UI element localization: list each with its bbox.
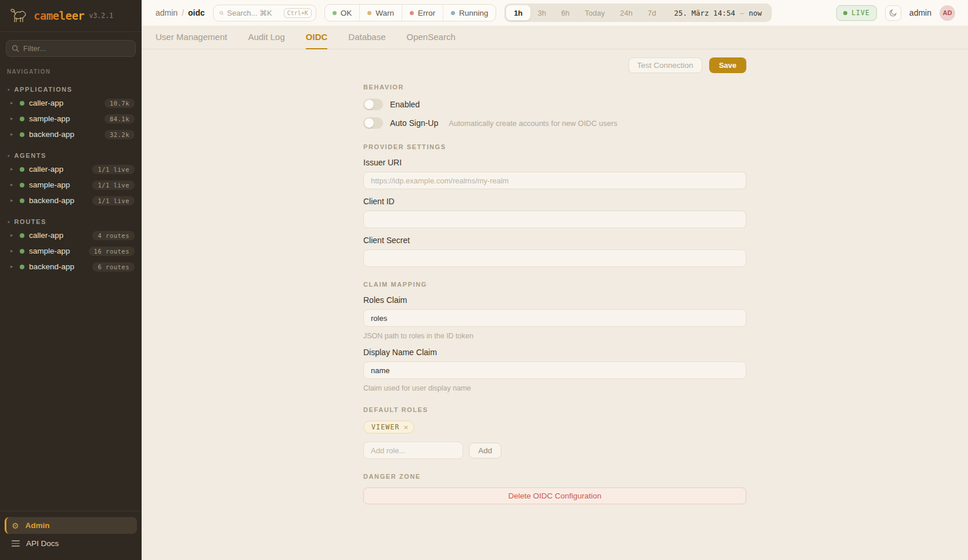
- roles-claim-label: Roles Claim: [363, 295, 746, 305]
- sidebar-item-backend-app-agent[interactable]: ▸ backend-app 1/1 live: [0, 193, 142, 208]
- sidebar-item-sample-app[interactable]: ▸ sample-app 84.1k: [0, 111, 142, 127]
- sidebar-group-routes[interactable]: ▾ ROUTES: [0, 215, 142, 227]
- time-range-today[interactable]: Today: [577, 5, 613, 20]
- add-role-button[interactable]: Add: [469, 443, 501, 458]
- chevron-right-icon[interactable]: ▸: [10, 198, 15, 203]
- chevron-right-icon[interactable]: ▸: [10, 132, 15, 137]
- sidebar-filter[interactable]: [6, 40, 136, 57]
- tab-user-management[interactable]: User Management: [156, 26, 227, 49]
- live-indicator[interactable]: LIVE: [836, 5, 877, 21]
- status-dot: [20, 265, 24, 269]
- chevron-right-icon[interactable]: ▸: [10, 264, 15, 269]
- form-actions: Test Connection Save: [363, 57, 746, 73]
- chevron-right-icon[interactable]: ▸: [10, 167, 15, 172]
- time-display[interactable]: 25. März 14:54 — now: [663, 9, 770, 17]
- sidebar-group-applications[interactable]: ▾ APPLICATIONS: [0, 83, 142, 95]
- delete-oidc-button[interactable]: Delete OIDC Configuration: [363, 487, 746, 504]
- chevron-right-icon[interactable]: ▸: [10, 248, 15, 254]
- avatar[interactable]: AD: [940, 5, 955, 21]
- tab-opensearch[interactable]: OpenSearch: [407, 26, 456, 49]
- display-name-claim-input[interactable]: [363, 362, 746, 379]
- theme-toggle-button[interactable]: [885, 5, 901, 21]
- status-dot: [20, 233, 24, 238]
- sidebar: cameleer v3.2.1 NAVIGATION ▾ APPLICATION…: [0, 0, 142, 560]
- camel-logo-icon: [8, 6, 29, 25]
- time-range-7d[interactable]: 7d: [640, 5, 663, 20]
- status-filter-ok[interactable]: OK: [325, 5, 360, 21]
- issuer-uri-label: Issuer URI: [363, 158, 746, 167]
- add-role-input[interactable]: [363, 442, 463, 459]
- sidebar-item-sample-app-routes[interactable]: ▸ sample-app 16 routes: [0, 243, 142, 259]
- sidebar-item-api-docs[interactable]: API Docs: [5, 535, 137, 552]
- count-badge: 10.7k: [104, 99, 135, 108]
- section-title-claims: CLAIM MAPPING: [363, 281, 746, 288]
- status-filter-error[interactable]: Error: [402, 5, 443, 21]
- status-dot: [20, 249, 24, 254]
- chevron-right-icon[interactable]: ▸: [10, 100, 15, 106]
- test-connection-button[interactable]: Test Connection: [629, 57, 702, 73]
- shortcut-badge: Ctrl+K: [284, 8, 312, 18]
- chevron-right-icon[interactable]: ▸: [10, 116, 15, 121]
- client-secret-input[interactable]: [363, 250, 746, 267]
- enabled-toggle[interactable]: [363, 99, 383, 110]
- moon-icon: [889, 9, 897, 17]
- breadcrumb-section[interactable]: admin: [156, 8, 178, 17]
- filter-input[interactable]: [23, 44, 130, 53]
- navigation-caption: NAVIGATION: [0, 59, 142, 76]
- client-id-input[interactable]: [363, 211, 746, 228]
- time-range-1h[interactable]: 1h: [506, 5, 530, 20]
- sidebar-group-agents[interactable]: ▾ AGENTS: [0, 149, 142, 161]
- status-dot: [20, 198, 24, 203]
- auto-signup-label: Auto Sign-Up: [390, 118, 438, 128]
- role-chip-list: VIEWER ×: [363, 421, 746, 433]
- remove-role-icon[interactable]: ×: [404, 424, 409, 431]
- client-secret-label: Client Secret: [363, 236, 746, 245]
- group-caret-icon: ▾: [8, 220, 10, 224]
- sidebar-item-admin[interactable]: ⚙ Admin: [5, 517, 137, 534]
- time-range-3h[interactable]: 3h: [530, 5, 554, 20]
- sidebar-item-caller-app[interactable]: ▸ caller-app 10.7k: [0, 95, 142, 111]
- ok-dot-icon: [333, 11, 337, 15]
- search-icon: [12, 45, 19, 52]
- app-title: cameleer: [34, 9, 85, 22]
- time-range-24h[interactable]: 24h: [612, 5, 640, 20]
- search-input[interactable]: [227, 9, 280, 17]
- global-search[interactable]: Ctrl+K: [213, 5, 316, 21]
- auto-signup-toggle[interactable]: [363, 117, 383, 129]
- sidebar-item-backend-app[interactable]: ▸ backend-app 32.2k: [0, 127, 142, 142]
- tab-audit-log[interactable]: Audit Log: [248, 26, 284, 49]
- save-button[interactable]: Save: [709, 57, 746, 73]
- sidebar-item-caller-app-routes[interactable]: ▸ caller-app 4 routes: [0, 227, 142, 243]
- sidebar-item-backend-app-routes[interactable]: ▸ backend-app 6 routes: [0, 259, 142, 274]
- time-separator: —: [740, 9, 745, 17]
- enabled-toggle-row: Enabled: [363, 98, 746, 111]
- group-caret-icon: ▾: [8, 88, 10, 92]
- search-icon: [219, 9, 223, 17]
- breadcrumb-separator: /: [182, 8, 184, 17]
- live-dot-icon: [843, 11, 847, 15]
- client-id-label: Client ID: [363, 197, 746, 206]
- status-filter-warn[interactable]: Warn: [360, 5, 402, 21]
- status-filter-running[interactable]: Running: [443, 5, 496, 21]
- time-range-6h[interactable]: 6h: [554, 5, 577, 20]
- chevron-right-icon[interactable]: ▸: [10, 182, 15, 187]
- tab-database[interactable]: Database: [348, 26, 385, 49]
- status-dot: [20, 167, 24, 172]
- routes-badge: 16 routes: [89, 247, 135, 256]
- sidebar-item-caller-app-agent[interactable]: ▸ caller-app 1/1 live: [0, 161, 142, 177]
- top-bar: admin / oidc Ctrl+K OK Warn: [142, 0, 968, 26]
- sidebar-item-sample-app-agent[interactable]: ▸ sample-app 1/1 live: [0, 177, 142, 193]
- group-caret-icon: ▾: [8, 154, 10, 158]
- role-chip-viewer: VIEWER ×: [363, 421, 414, 433]
- chevron-right-icon[interactable]: ▸: [10, 233, 15, 238]
- live-badge: 1/1 live: [92, 180, 135, 190]
- breadcrumb-page: oidc: [188, 8, 205, 17]
- routes-badge: 6 routes: [92, 262, 135, 272]
- sidebar-footer: ⚙ Admin API Docs: [0, 511, 142, 560]
- tab-oidc[interactable]: OIDC: [306, 26, 328, 49]
- user-name: admin: [909, 8, 931, 17]
- logo-row: cameleer v3.2.1: [0, 0, 142, 32]
- issuer-uri-input[interactable]: [363, 172, 746, 189]
- api-docs-label: API Docs: [26, 539, 59, 548]
- roles-claim-input[interactable]: [363, 309, 746, 327]
